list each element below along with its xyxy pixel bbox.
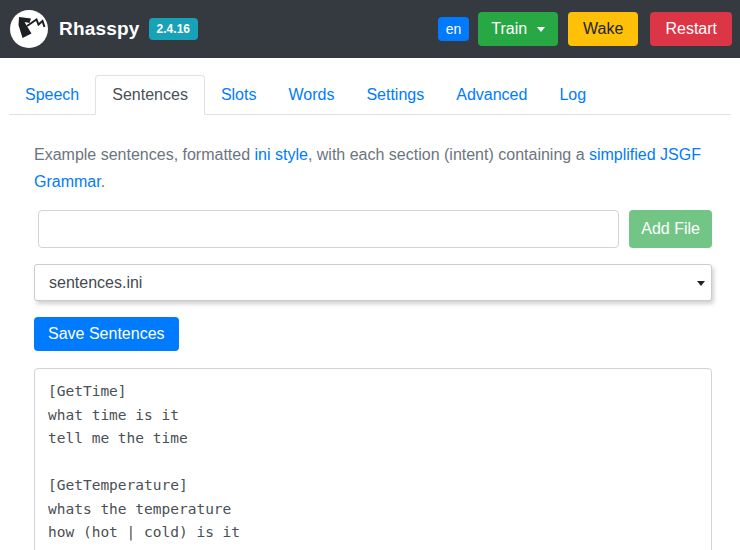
app-title: Rhasspy (59, 18, 140, 40)
ini-style-link[interactable]: ini style (255, 146, 308, 163)
rhasspy-logo-icon (10, 10, 48, 48)
top-navbar: Rhasspy 2.4.16 en Train Wake Restart (0, 0, 740, 58)
save-sentences-button[interactable]: Save Sentences (34, 317, 179, 351)
chevron-down-icon (537, 27, 545, 32)
tab-words[interactable]: Words (272, 76, 350, 114)
description-part2: , with each section (intent) containing … (308, 146, 589, 163)
tab-bar: Speech Sentences Slots Words Settings Ad… (9, 75, 731, 115)
train-button-label: Train (491, 20, 527, 38)
tab-slots[interactable]: Slots (205, 76, 273, 114)
description-text: Example sentences, formatted ini style, … (34, 141, 712, 195)
tab-settings[interactable]: Settings (350, 76, 440, 114)
tab-log[interactable]: Log (543, 76, 602, 114)
sentences-editor-textarea[interactable]: [GetTime] what time is it tell me the ti… (34, 368, 712, 550)
sentence-file-select[interactable]: sentences.ini (34, 264, 712, 301)
tab-advanced[interactable]: Advanced (440, 76, 543, 114)
add-file-button[interactable]: Add File (629, 210, 712, 248)
restart-button[interactable]: Restart (650, 12, 732, 46)
brand-link[interactable]: Rhasspy 2.4.16 (10, 10, 198, 48)
language-button[interactable]: en (438, 17, 470, 41)
wake-button[interactable]: Wake (568, 12, 638, 46)
file-select-wrap: sentences.ini (34, 264, 712, 301)
version-badge: 2.4.16 (149, 18, 198, 40)
sentences-panel: Example sentences, formatted ini style, … (0, 115, 740, 550)
train-button[interactable]: Train (478, 12, 558, 46)
description-part3: . (101, 173, 105, 190)
description-part1: Example sentences, formatted (34, 146, 255, 163)
new-file-name-input[interactable] (38, 210, 619, 248)
tab-speech[interactable]: Speech (9, 76, 95, 114)
add-file-row: Add File (34, 210, 712, 248)
tab-sentences[interactable]: Sentences (95, 75, 205, 115)
